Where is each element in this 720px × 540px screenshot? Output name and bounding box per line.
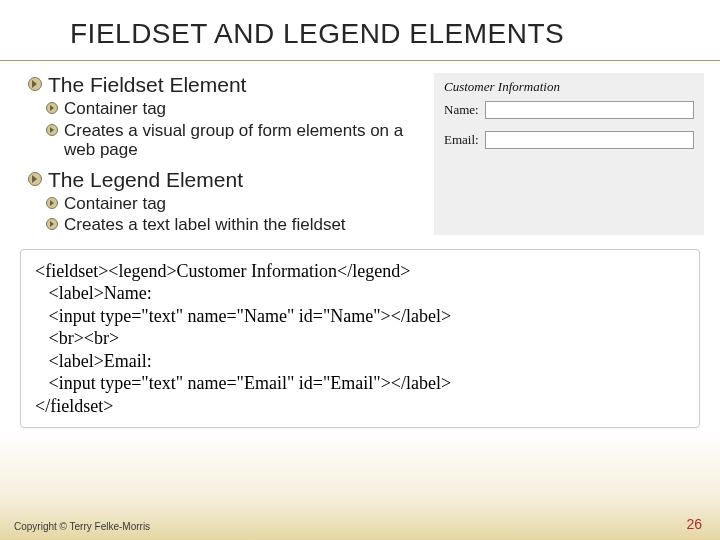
example-legend: Customer Information [444, 79, 694, 95]
sub-bullet: Creates a text label within the fieldset [46, 215, 422, 235]
bullet-column: The Fieldset Element Container tag Creat… [28, 69, 422, 235]
bullet-heading-2: The Legend Element [28, 168, 422, 192]
bullet-text: Container tag [64, 194, 166, 214]
bullet-icon [46, 218, 58, 230]
email-input[interactable] [485, 131, 694, 149]
page-title: FIELDSET AND LEGEND ELEMENTS [0, 0, 720, 61]
bullet-text: Creates a text label within the fieldset [64, 215, 346, 235]
bullet-icon [46, 197, 58, 209]
bullet-icon [46, 102, 58, 114]
sub-bullet: Creates a visual group of form elements … [46, 121, 422, 160]
bullet-icon [28, 172, 42, 186]
copyright-footer: Copyright © Terry Felke-Morris [14, 521, 150, 532]
bullet-text: Container tag [64, 99, 166, 119]
example-row-name: Name: [444, 101, 694, 119]
example-row-email: Email: [444, 131, 694, 149]
fieldset-example: Customer Information Name: Email: [434, 73, 704, 235]
bullet-heading-1: The Fieldset Element [28, 73, 422, 97]
page-number: 26 [686, 516, 702, 532]
heading-text: The Fieldset Element [48, 73, 246, 97]
slide: FIELDSET AND LEGEND ELEMENTS The Fieldse… [0, 0, 720, 540]
heading-text: The Legend Element [48, 168, 243, 192]
bullet-icon [28, 77, 42, 91]
example-label: Email: [444, 132, 479, 148]
code-block: <fieldset><legend>Customer Information</… [20, 249, 700, 429]
sub-bullet: Container tag [46, 194, 422, 214]
content-area: The Fieldset Element Container tag Creat… [0, 69, 720, 235]
bullet-text: Creates a visual group of form elements … [64, 121, 422, 160]
example-label: Name: [444, 102, 479, 118]
name-input[interactable] [485, 101, 694, 119]
sub-bullet: Container tag [46, 99, 422, 119]
bullet-icon [46, 124, 58, 136]
